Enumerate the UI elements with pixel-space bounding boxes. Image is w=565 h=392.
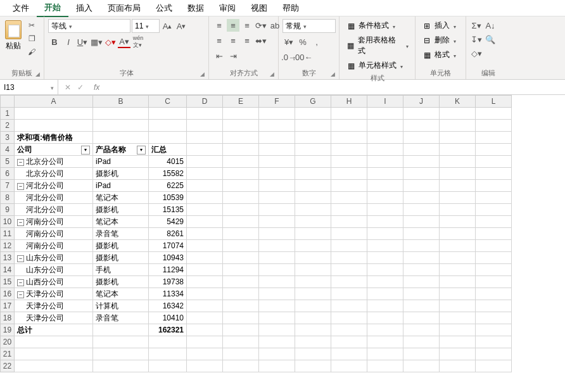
cell-B7[interactable]: iPad — [93, 180, 149, 192]
cell-I3[interactable] — [367, 132, 403, 144]
percent-button[interactable]: % — [296, 35, 309, 48]
cell-H1[interactable] — [331, 108, 367, 120]
cell-E10[interactable] — [223, 216, 259, 228]
cell-G15[interactable] — [295, 276, 331, 288]
cell-A18[interactable]: 天津分公司 — [15, 312, 93, 324]
cell-I11[interactable] — [367, 228, 403, 240]
worksheet-grid[interactable]: ABCDEFGHIJKL123求和项:销售价格4公司▾产品名称▾汇总5−北京分公… — [0, 95, 565, 392]
cell-D19[interactable] — [187, 324, 223, 336]
comma-button[interactable]: , — [310, 35, 323, 48]
col-header-J[interactable]: J — [403, 96, 440, 108]
cell-H2[interactable] — [331, 120, 367, 132]
cell-L12[interactable] — [476, 240, 512, 252]
cell-F3[interactable] — [259, 132, 295, 144]
row-header-7[interactable]: 7 — [1, 180, 15, 192]
collapse-button-5[interactable]: − — [17, 159, 24, 166]
cell-F10[interactable] — [259, 216, 295, 228]
cell-G11[interactable] — [295, 228, 331, 240]
cell-K3[interactable] — [440, 132, 476, 144]
cell-G14[interactable] — [295, 264, 331, 276]
cell-G7[interactable] — [295, 180, 331, 192]
cell-H18[interactable] — [331, 312, 367, 324]
cell-A20[interactable] — [15, 336, 93, 348]
cell-J8[interactable] — [403, 192, 440, 204]
cell-K21[interactable] — [440, 348, 476, 360]
align-center-button[interactable]: ≡ — [227, 34, 239, 47]
cell-F19[interactable] — [259, 324, 295, 336]
row-header-1[interactable]: 1 — [1, 108, 15, 120]
insert-cells-button[interactable]: ⊞插入 — [419, 19, 459, 32]
cell-J12[interactable] — [403, 240, 440, 252]
cell-C9[interactable]: 15135 — [149, 204, 187, 216]
menu-tab-文件[interactable]: 文件 — [5, 0, 37, 16]
cell-B22[interactable] — [93, 360, 149, 372]
number-launcher[interactable]: ◢ — [331, 71, 337, 77]
row-header-17[interactable]: 17 — [1, 300, 15, 312]
cell-A8[interactable]: 河北分公司 — [15, 192, 93, 204]
cell-C13[interactable]: 10943 — [149, 252, 187, 264]
cell-G18[interactable] — [295, 312, 331, 324]
collapse-button-10[interactable]: − — [17, 219, 24, 226]
cell-F14[interactable] — [259, 264, 295, 276]
cell-J18[interactable] — [403, 312, 440, 324]
col-header-K[interactable]: K — [440, 96, 476, 108]
row-header-16[interactable]: 16 — [1, 288, 15, 300]
cell-E16[interactable] — [223, 288, 259, 300]
cell-E21[interactable] — [223, 348, 259, 360]
cell-H10[interactable] — [331, 216, 367, 228]
align-top-button[interactable]: ≡ — [213, 19, 225, 32]
cell-J22[interactable] — [403, 360, 440, 372]
cell-D15[interactable] — [187, 276, 223, 288]
cell-L21[interactable] — [476, 348, 512, 360]
cell-A15[interactable]: −山西分公司 — [15, 276, 93, 288]
cell-B2[interactable] — [93, 120, 149, 132]
cell-E7[interactable] — [223, 180, 259, 192]
cell-I22[interactable] — [367, 360, 403, 372]
cell-K13[interactable] — [440, 252, 476, 264]
cell-K14[interactable] — [440, 264, 476, 276]
cell-J19[interactable] — [403, 324, 440, 336]
cell-K16[interactable] — [440, 288, 476, 300]
cell-E14[interactable] — [223, 264, 259, 276]
shrink-font-button[interactable]: A▾ — [175, 20, 187, 32]
cell-K20[interactable] — [440, 336, 476, 348]
cell-B5[interactable]: iPad — [93, 156, 149, 168]
cell-D6[interactable] — [187, 168, 223, 180]
cell-E4[interactable] — [223, 144, 259, 156]
cell-I17[interactable] — [367, 300, 403, 312]
cell-D1[interactable] — [187, 108, 223, 120]
cell-I18[interactable] — [367, 312, 403, 324]
cell-F15[interactable] — [259, 276, 295, 288]
select-all-corner[interactable] — [1, 96, 15, 108]
cell-L14[interactable] — [476, 264, 512, 276]
row-header-8[interactable]: 8 — [1, 192, 15, 204]
border-button[interactable]: ▦▾ — [90, 35, 103, 48]
cell-A5[interactable]: −北京分公司 — [15, 156, 93, 168]
cell-J16[interactable] — [403, 288, 440, 300]
cut-button[interactable]: ✂ — [25, 19, 38, 32]
cell-I1[interactable] — [367, 108, 403, 120]
align-left-button[interactable]: ≡ — [213, 34, 225, 47]
cell-L17[interactable] — [476, 300, 512, 312]
cell-C15[interactable]: 19738 — [149, 276, 187, 288]
clipboard-launcher[interactable]: ◢ — [35, 71, 42, 77]
cell-F1[interactable] — [259, 108, 295, 120]
menu-tab-页面布局[interactable]: 页面布局 — [100, 0, 148, 16]
cell-C21[interactable] — [149, 348, 187, 360]
cell-I7[interactable] — [367, 180, 403, 192]
cell-D20[interactable] — [187, 336, 223, 348]
cell-D9[interactable] — [187, 204, 223, 216]
col-header-C[interactable]: C — [149, 96, 187, 108]
cell-L20[interactable] — [476, 336, 512, 348]
cell-B17[interactable]: 计算机 — [93, 300, 149, 312]
cell-J2[interactable] — [403, 120, 440, 132]
cell-J4[interactable] — [403, 144, 440, 156]
collapse-button-16[interactable]: − — [17, 291, 24, 298]
cell-K7[interactable] — [440, 180, 476, 192]
orientation-button[interactable]: ⟳▾ — [255, 19, 267, 32]
cell-F17[interactable] — [259, 300, 295, 312]
paste-button[interactable]: 粘贴 — [4, 19, 23, 53]
cell-A16[interactable]: −天津分公司 — [15, 288, 93, 300]
cell-C5[interactable]: 4015 — [149, 156, 187, 168]
enter-formula-button[interactable]: ✓ — [77, 83, 84, 92]
